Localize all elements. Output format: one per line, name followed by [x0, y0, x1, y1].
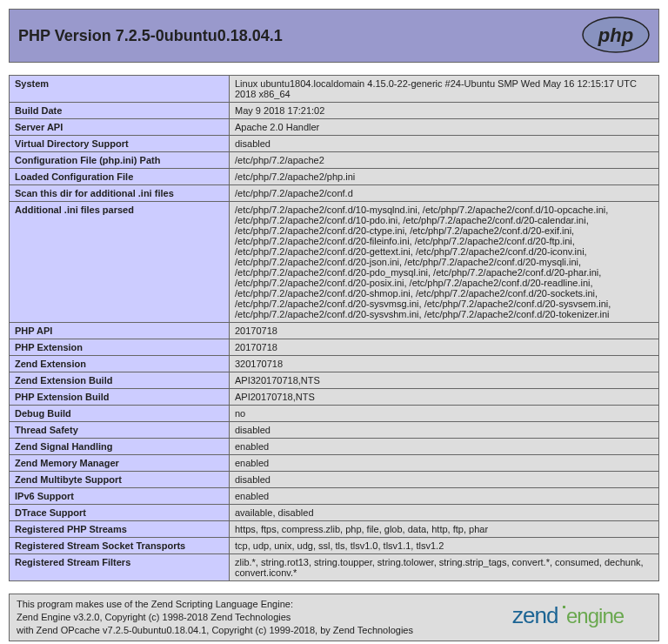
table-row: Zend Extension BuildAPI320170718,NTS [10, 372, 659, 389]
phpinfo-header: PHP Version 7.2.5-0ubuntu0.18.04.1 php [9, 9, 659, 63]
svg-text:php: php [598, 24, 633, 46]
row-label: DTrace Support [10, 505, 230, 521]
table-row: SystemLinux ubuntu1804.localdomain 4.15.… [10, 76, 659, 103]
table-row: Virtual Directory Supportdisabled [10, 136, 659, 152]
row-value: 320170718 [230, 356, 659, 372]
row-value: no [230, 406, 659, 422]
table-row: Debug Buildno [10, 406, 659, 422]
table-row: IPv6 Supportenabled [10, 488, 659, 505]
row-value: 20170718 [230, 323, 659, 339]
row-value: /etc/php/7.2/apache2/php.ini [230, 169, 659, 185]
row-label: Build Date [10, 103, 230, 119]
table-row: Registered Stream Filterszlib.*, string.… [10, 554, 659, 581]
row-label: Scan this dir for additional .ini files [10, 185, 230, 202]
row-value: May 9 2018 17:21:02 [230, 103, 659, 119]
table-row: Registered PHP Streamshttps, ftps, compr… [10, 521, 659, 538]
phpinfo-table-body: SystemLinux ubuntu1804.localdomain 4.15.… [10, 76, 659, 581]
table-row: Zend Memory Managerenabled [10, 455, 659, 472]
row-value: disabled [230, 472, 659, 488]
table-row: Zend Multibyte Supportdisabled [10, 472, 659, 488]
row-value: tcp, udp, unix, udg, ssl, tls, tlsv1.0, … [230, 538, 659, 554]
php-logo-icon: php [582, 17, 650, 55]
table-row: DTrace Supportavailable, disabled [10, 505, 659, 521]
row-label: IPv6 Support [10, 488, 230, 505]
table-row: PHP API20170718 [10, 323, 659, 339]
row-value: enabled [230, 439, 659, 455]
table-row: Zend Signal Handlingenabled [10, 439, 659, 455]
row-value: enabled [230, 488, 659, 505]
table-row: Loaded Configuration File/etc/php/7.2/ap… [10, 169, 659, 185]
row-label: System [10, 76, 230, 103]
table-row: Configuration File (php.ini) Path/etc/ph… [10, 152, 659, 169]
row-label: Virtual Directory Support [10, 136, 230, 152]
row-label: Registered Stream Socket Transports [10, 538, 230, 554]
table-row: Thread Safetydisabled [10, 422, 659, 439]
row-value: Linux ubuntu1804.localdomain 4.15.0-22-g… [230, 76, 659, 103]
row-label: Zend Memory Manager [10, 455, 230, 472]
table-row: Zend Extension320170718 [10, 356, 659, 372]
row-label: Zend Signal Handling [10, 439, 230, 455]
row-value: available, disabled [230, 505, 659, 521]
row-value: zlib.*, string.rot13, string.toupper, st… [230, 554, 659, 581]
zend-footer: This program makes use of the Zend Scrip… [9, 594, 659, 641]
row-value: Apache 2.0 Handler [230, 119, 659, 136]
row-value: API20170718,NTS [230, 389, 659, 406]
row-label: Zend Extension Build [10, 372, 230, 389]
row-label: Zend Multibyte Support [10, 472, 230, 488]
table-row: Server APIApache 2.0 Handler [10, 119, 659, 136]
row-value: /etc/php/7.2/apache2 [230, 152, 659, 169]
table-row: Scan this dir for additional .ini files/… [10, 185, 659, 202]
row-label: Registered PHP Streams [10, 521, 230, 538]
table-row: Registered Stream Socket Transportstcp, … [10, 538, 659, 554]
svg-text:zend: zend [512, 602, 558, 628]
table-row: Build DateMay 9 2018 17:21:02 [10, 103, 659, 119]
php-version-title: PHP Version 7.2.5-0ubuntu0.18.04.1 [18, 27, 283, 45]
row-label: Debug Build [10, 406, 230, 422]
row-label: Configuration File (php.ini) Path [10, 152, 230, 169]
table-row: PHP Extension BuildAPI20170718,NTS [10, 389, 659, 406]
zend-footer-text: This program makes use of the Zend Scrip… [17, 598, 413, 637]
row-value: /etc/php/7.2/apache2/conf.d [230, 185, 659, 202]
zend-logo-icon: zend engine [512, 599, 651, 635]
svg-rect-4 [563, 606, 565, 608]
row-value: https, ftps, compress.zlib, php, file, g… [230, 521, 659, 538]
table-row: PHP Extension20170718 [10, 339, 659, 356]
row-value: disabled [230, 422, 659, 439]
row-label: PHP Extension [10, 339, 230, 356]
row-label: Zend Extension [10, 356, 230, 372]
row-value: API320170718,NTS [230, 372, 659, 389]
row-label: Additional .ini files parsed [10, 202, 230, 323]
row-value: enabled [230, 455, 659, 472]
row-label: Loaded Configuration File [10, 169, 230, 185]
row-label: PHP API [10, 323, 230, 339]
row-label: Server API [10, 119, 230, 136]
svg-text:engine: engine [566, 604, 625, 627]
table-row: Additional .ini files parsed/etc/php/7.2… [10, 202, 659, 323]
row-value: disabled [230, 136, 659, 152]
row-value: /etc/php/7.2/apache2/conf.d/10-mysqlnd.i… [230, 202, 659, 323]
phpinfo-table: SystemLinux ubuntu1804.localdomain 4.15.… [9, 75, 659, 581]
row-label: PHP Extension Build [10, 389, 230, 406]
row-label: Registered Stream Filters [10, 554, 230, 581]
row-value: 20170718 [230, 339, 659, 356]
row-label: Thread Safety [10, 422, 230, 439]
